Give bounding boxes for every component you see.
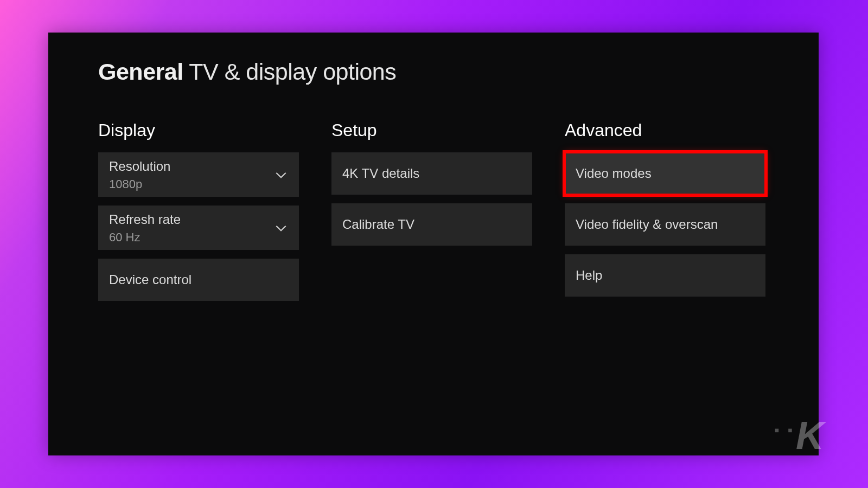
column-setup: Setup 4K TV details Calibrate TV	[331, 120, 532, 310]
desktop-background: General TV & display options Display Res…	[0, 0, 868, 488]
calibrate-tv-label: Calibrate TV	[342, 217, 414, 232]
breadcrumb-root: General	[98, 59, 183, 85]
refresh-rate-value: 60 Hz	[109, 230, 181, 245]
resolution-label: Resolution	[109, 159, 170, 174]
help-button[interactable]: Help	[565, 254, 765, 297]
video-modes-button[interactable]: Video modes	[565, 152, 765, 195]
refresh-rate-label: Refresh rate	[109, 212, 181, 227]
page-title: General TV & display options	[98, 59, 396, 85]
device-control-button[interactable]: Device control	[98, 259, 299, 301]
video-fidelity-label: Video fidelity & overscan	[576, 217, 718, 232]
chevron-down-icon	[274, 159, 288, 191]
breadcrumb-child: TV & display options	[189, 59, 396, 85]
column-display: Display Resolution 1080p Refresh rate 60…	[98, 120, 299, 310]
video-fidelity-button[interactable]: Video fidelity & overscan	[565, 203, 765, 246]
column-title-advanced: Advanced	[565, 120, 765, 140]
video-modes-label: Video modes	[576, 166, 652, 181]
watermark-dots: ▪ ▪	[774, 422, 795, 438]
column-advanced: Advanced Video modes Video fidelity & ov…	[565, 120, 765, 310]
help-label: Help	[576, 268, 602, 283]
watermark-letter: K	[796, 414, 822, 457]
4k-tv-details-label: 4K TV details	[342, 166, 419, 181]
resolution-dropdown[interactable]: Resolution 1080p	[98, 152, 299, 197]
refresh-rate-dropdown[interactable]: Refresh rate 60 Hz	[98, 206, 299, 250]
device-control-label: Device control	[109, 272, 192, 287]
calibrate-tv-button[interactable]: Calibrate TV	[331, 203, 532, 246]
column-title-setup: Setup	[331, 120, 532, 140]
chevron-down-icon	[274, 212, 288, 245]
settings-columns: Display Resolution 1080p Refresh rate 60…	[98, 120, 765, 310]
4k-tv-details-button[interactable]: 4K TV details	[331, 152, 532, 195]
resolution-value: 1080p	[109, 177, 170, 191]
column-title-display: Display	[98, 120, 299, 140]
settings-window: General TV & display options Display Res…	[48, 33, 819, 455]
watermark-logo: ▪ ▪K	[774, 413, 822, 458]
